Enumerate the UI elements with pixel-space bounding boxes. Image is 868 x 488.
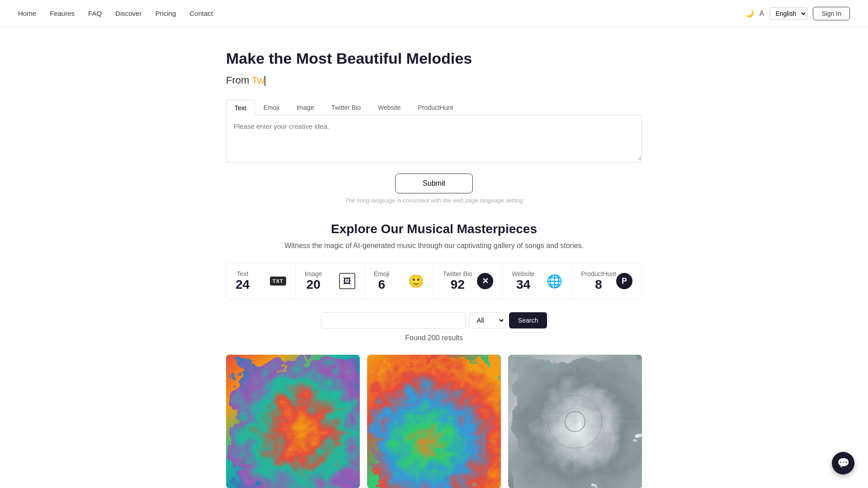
emoji-icon: 🙂 <box>408 274 424 289</box>
stat-text[interactable]: Text 24 TXT <box>226 263 296 299</box>
stat-website-label: Website <box>512 270 534 277</box>
idea-textarea[interactable] <box>226 115 642 160</box>
language-select[interactable]: English <box>769 7 807 20</box>
translate-icon[interactable]: A <box>760 9 764 18</box>
stat-text-label: Text <box>236 270 250 277</box>
stat-website-left: Website 34 <box>512 270 534 292</box>
chat-bubble-button[interactable]: 💬 <box>832 452 854 474</box>
gallery-item-2[interactable] <box>367 355 501 488</box>
stat-text-number: 24 <box>236 277 250 292</box>
typing-cursor <box>264 76 265 86</box>
gallery-img-1 <box>226 355 360 488</box>
stat-text-left: Text 24 <box>236 270 250 292</box>
tab-website[interactable]: Website <box>369 100 409 115</box>
filter-select[interactable]: All <box>469 312 505 328</box>
stats-row: Text 24 TXT Image 20 🖼 Emoji <box>226 263 642 300</box>
svg-rect-0 <box>226 355 360 488</box>
tab-producthunt[interactable]: ProductHunt <box>409 100 462 115</box>
explore-title: Explore Our Musical Masterpieces <box>226 222 642 236</box>
stat-emoji-label: Emoji <box>374 270 390 277</box>
idea-input-area <box>226 115 642 163</box>
explore-section: Explore Our Musical Masterpieces Witness… <box>226 222 642 488</box>
tab-twitter-bio[interactable]: Twitter Bio <box>323 100 369 115</box>
from-line: From Tw <box>226 75 642 86</box>
stat-website[interactable]: Website 34 🌐 <box>503 263 572 299</box>
gallery-img-2 <box>367 355 501 488</box>
stat-emoji-left: Emoji 6 <box>374 270 390 292</box>
stat-twitter-left: Twitter Bio 92 <box>443 270 472 292</box>
navbar: Home Feaures FAQ Discover Pricing Contac… <box>0 0 868 27</box>
explore-description: Witness the magic of AI-generated music … <box>226 242 642 250</box>
tab-emoji[interactable]: Emoji <box>255 100 288 115</box>
stat-producthunt-label: ProductHunt <box>581 270 616 277</box>
svg-rect-1 <box>367 355 501 488</box>
gallery-img-3 <box>508 355 642 488</box>
stat-image[interactable]: Image 20 🖼 <box>296 263 365 299</box>
gallery-item-3[interactable] <box>508 355 642 488</box>
stat-image-label: Image <box>305 270 322 277</box>
stat-twitter-label: Twitter Bio <box>443 270 472 277</box>
txt-icon: TXT <box>270 277 286 286</box>
hero-title: Make the Most Beautiful Melodies <box>226 50 642 67</box>
nav-right: 🌙 A English Sign In <box>745 7 850 20</box>
hero-section: Make the Most Beautiful Melodies From Tw… <box>226 50 642 204</box>
found-text: Found 200 results <box>226 334 642 342</box>
stat-image-number: 20 <box>305 277 322 292</box>
from-prefix: From <box>226 75 252 86</box>
tab-text[interactable]: Text <box>226 100 255 115</box>
x-icon: ✕ <box>477 273 493 289</box>
nav-contact[interactable]: Contact <box>189 9 213 17</box>
stat-producthunt-number: 8 <box>581 277 616 292</box>
submit-button[interactable]: Submit <box>395 174 473 193</box>
stat-twitter-number: 92 <box>443 277 472 292</box>
stat-emoji-number: 6 <box>374 277 390 292</box>
stat-website-number: 34 <box>512 277 534 292</box>
stat-image-left: Image 20 <box>305 270 322 292</box>
stat-emoji[interactable]: Emoji 6 🙂 <box>365 263 434 299</box>
gallery-item-1[interactable] <box>226 355 360 488</box>
nav-home[interactable]: Home <box>18 9 36 17</box>
tab-image[interactable]: Image <box>288 100 323 115</box>
image-icon: 🖼 <box>339 273 355 289</box>
nav-pricing[interactable]: Pricing <box>155 9 176 17</box>
producthunt-icon: P <box>616 273 632 289</box>
lang-note: The song language is consistent with the… <box>226 197 642 204</box>
search-button[interactable]: Search <box>509 312 547 328</box>
submit-area: Submit <box>226 174 642 193</box>
input-tabs: Text Emoji Image Twitter Bio Website Pro… <box>226 100 642 115</box>
nav-discover[interactable]: Discover <box>115 9 142 17</box>
globe-icon: 🌐 <box>547 274 562 289</box>
search-input[interactable] <box>321 312 466 328</box>
stat-twitter[interactable]: Twitter Bio 92 ✕ <box>434 263 503 299</box>
search-row: All Search <box>226 312 642 328</box>
main-content: Make the Most Beautiful Melodies From Tw… <box>217 27 651 488</box>
sign-in-button[interactable]: Sign In <box>813 7 850 20</box>
nav-features[interactable]: Feaures <box>50 9 75 17</box>
gallery <box>226 355 642 488</box>
nav-links: Home Feaures FAQ Discover Pricing Contac… <box>18 9 213 17</box>
from-typed: Tw <box>252 75 264 86</box>
dark-mode-toggle[interactable]: 🌙 <box>745 9 754 18</box>
nav-faq[interactable]: FAQ <box>88 9 102 17</box>
stat-producthunt[interactable]: ProductHunt 8 P <box>572 263 642 299</box>
stat-producthunt-left: ProductHunt 8 <box>581 270 616 292</box>
